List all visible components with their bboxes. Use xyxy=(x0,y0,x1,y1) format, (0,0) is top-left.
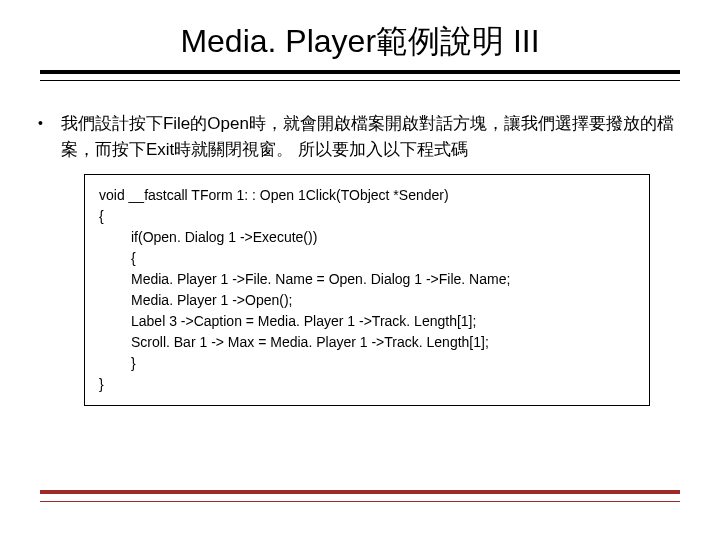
bullet-text: 我們設計按下File的Open時，就會開啟檔案開啟對話方塊，讓我們選擇要撥放的檔… xyxy=(61,111,682,162)
code-line: { xyxy=(99,206,635,227)
code-line: Media. Player 1 ->Open(); xyxy=(99,290,635,311)
code-line: Scroll. Bar 1 -> Max = Media. Player 1 -… xyxy=(99,332,635,353)
code-block: void __fastcall TForm 1: : Open 1Click(T… xyxy=(84,174,650,406)
code-line: if(Open. Dialog 1 ->Execute()) xyxy=(99,227,635,248)
code-line: } xyxy=(99,353,635,374)
footer-rule-thick xyxy=(40,490,680,494)
title-rule-thin xyxy=(40,80,680,81)
code-line: { xyxy=(99,248,635,269)
code-line: Media. Player 1 ->File. Name = Open. Dia… xyxy=(99,269,635,290)
title-rule-thick xyxy=(40,70,680,74)
code-line: } xyxy=(99,374,635,395)
bullet-item: • 我們設計按下File的Open時，就會開啟檔案開啟對話方塊，讓我們選擇要撥放… xyxy=(30,111,690,162)
code-line: void __fastcall TForm 1: : Open 1Click(T… xyxy=(99,185,635,206)
slide-title: Media. Player範例說明 III xyxy=(30,20,690,64)
code-line: Label 3 ->Caption = Media. Player 1 ->Tr… xyxy=(99,311,635,332)
bullet-dot-icon: • xyxy=(38,115,43,131)
slide: Media. Player範例說明 III • 我們設計按下File的Open時… xyxy=(0,0,720,540)
footer-rule-thin xyxy=(40,501,680,502)
